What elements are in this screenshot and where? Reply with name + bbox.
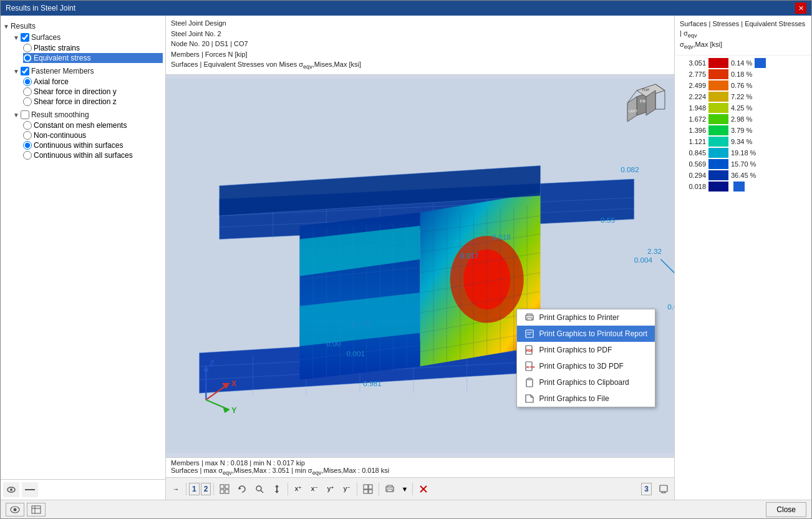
legend-value: 1.396	[680, 127, 706, 134]
toolbar-arrow-btn[interactable]: →	[168, 482, 183, 497]
shear-y-label: Shear force in direction y	[34, 87, 117, 96]
legend-row: 1.1219.34 %	[680, 137, 806, 147]
xplus-btn[interactable]: x⁺	[291, 482, 306, 497]
surfaces-children: Plastic strains Equivalent stress	[13, 43, 163, 63]
viewport-toolbar: → 1 2	[166, 477, 674, 500]
tree-panel: ▼ Results ▼ Surfaces Plastic st	[1, 16, 165, 479]
continuous-surfaces-radio[interactable]	[23, 141, 32, 150]
svg-text:Z: Z	[210, 359, 215, 368]
print-menu-btn[interactable]	[382, 482, 398, 497]
sep2	[213, 483, 214, 495]
svg-marker-121	[275, 485, 279, 493]
svg-text:PDF: PDF	[526, 349, 533, 352]
svg-rect-111	[526, 379, 533, 387]
plastic-strains-radio[interactable]	[23, 44, 32, 52]
print-file-item[interactable]: Print Graphics to File	[517, 390, 655, 407]
constant-mesh-radio[interactable]	[23, 121, 32, 130]
print-printer-label: Print Graphics to Printer	[539, 313, 619, 322]
plastic-strains-item[interactable]: Plastic strains	[23, 43, 163, 53]
print-printout-item[interactable]: Print Graphics to Printout Report	[517, 326, 655, 342]
legend-value: 2.499	[680, 82, 706, 89]
svg-rect-114	[220, 485, 224, 488]
yplus-btn[interactable]: y⁺	[323, 482, 338, 497]
continuous-surfaces-item[interactable]: Continuous within surfaces	[23, 140, 163, 150]
header-line2: Steel Joint No. 2	[171, 29, 669, 39]
grid-btn[interactable]	[216, 482, 233, 497]
sep6	[412, 483, 413, 495]
legend-row: 2.7750.18 %	[680, 69, 806, 79]
print-pdf-item[interactable]: PDF Print Graphics to PDF	[517, 342, 655, 358]
legend-value: 3.051	[680, 59, 706, 67]
equivalent-stress-item[interactable]: Equivalent stress	[23, 53, 163, 63]
close-button[interactable]: Close	[766, 502, 806, 517]
pan-btn[interactable]	[269, 482, 285, 497]
print-3dpdf-item[interactable]: 3D PDF Print Graphics to 3D PDF	[517, 358, 655, 374]
eye-button[interactable]	[3, 482, 19, 497]
shear-y-radio[interactable]	[23, 87, 32, 96]
surfaces-checkbox[interactable]	[21, 33, 29, 42]
svg-text:LEFT: LEFT	[629, 109, 638, 113]
surfaces-header[interactable]: ▼ Surfaces	[13, 32, 163, 43]
dash-icon	[25, 488, 35, 491]
bottom-bar: Close	[1, 500, 811, 518]
plastic-strains-label: Plastic strains	[34, 44, 80, 52]
equivalent-stress-radio[interactable]	[23, 54, 32, 62]
result-smoothing-header[interactable]: ▼ Result smoothing	[13, 109, 163, 120]
continuous-all-radio[interactable]	[23, 151, 32, 160]
zoom-btn[interactable]	[251, 482, 268, 497]
svg-rect-116	[220, 490, 224, 493]
toolbar-right-icon-btn[interactable]	[655, 482, 672, 497]
legend-pct: 7.22 %	[731, 93, 752, 100]
main-content: ▼ Results ▼ Surfaces Plastic st	[1, 16, 811, 500]
window-title: Results in Steel Joint	[6, 4, 75, 12]
svg-marker-118	[239, 487, 241, 490]
fastener-members-checkbox[interactable]	[21, 67, 29, 75]
context-menu: Print Graphics to Printer Print Graphics…	[516, 309, 655, 407]
legend-content: 3.0510.14 %2.7750.18 %2.4990.76 %2.2247.…	[675, 56, 811, 500]
views-btn[interactable]	[360, 482, 376, 497]
shear-z-item[interactable]: Shear force in direction z	[23, 97, 163, 107]
bottom-bar-left	[6, 503, 46, 517]
file-icon	[524, 394, 534, 404]
axial-force-radio[interactable]	[23, 77, 32, 86]
legend-header: Surfaces | Stresses | Equivalent Stresse…	[675, 16, 811, 56]
continuous-all-item[interactable]: Continuous within all surfaces	[23, 150, 163, 160]
print-printer-item[interactable]: Print Graphics to Printer	[517, 309, 655, 326]
constant-mesh-item[interactable]: Constant on mesh elements	[23, 120, 163, 130]
svg-point-136	[14, 508, 17, 511]
sep3	[288, 483, 288, 495]
non-continuous-radio[interactable]	[23, 131, 32, 140]
fastener-members-header[interactable]: ▼ Fastener Members	[13, 65, 163, 77]
results-header[interactable]: ▼ Results	[3, 21, 163, 32]
legend-pct: 36.45 %	[731, 172, 756, 179]
rotate-btn[interactable]	[234, 482, 250, 497]
shear-z-radio[interactable]	[23, 97, 32, 106]
shear-y-item[interactable]: Shear force in direction y	[23, 87, 163, 97]
table-btn[interactable]	[27, 503, 46, 517]
xminus-btn[interactable]: x⁻	[307, 482, 322, 497]
print-dropdown-btn[interactable]: ▼	[399, 482, 410, 497]
svg-text:0.00: 0.00	[326, 339, 341, 347]
header-line4: Members | Forces N [kip]	[171, 49, 669, 60]
non-continuous-item[interactable]: Non-continuous	[23, 130, 163, 140]
legend-rows: 3.0510.14 %2.7750.18 %2.4990.76 %2.2247.…	[680, 58, 806, 192]
yminus-btn[interactable]: y⁻	[339, 482, 354, 497]
continuous-all-label: Continuous within all surfaces	[34, 151, 133, 160]
rotate-icon	[237, 484, 247, 494]
axial-force-item[interactable]: Axial force	[23, 77, 163, 87]
dash-button[interactable]	[22, 482, 38, 497]
legend-pct: 9.34 %	[731, 138, 752, 145]
close-graphics-btn[interactable]	[415, 482, 432, 497]
result-smoothing-checkbox[interactable]	[21, 110, 29, 119]
window-close-button[interactable]: ✕	[795, 2, 806, 14]
print-clipboard-item[interactable]: Print Graphics to Clipboard	[517, 374, 655, 390]
legend-color-box	[708, 170, 728, 180]
center-panel: Steel Joint Design Steel Joint No. 2 Nod…	[166, 16, 674, 500]
viewport-area[interactable]: Z X Y 0.082 0.55 0.018 0.	[166, 75, 674, 457]
eye-bottom-btn[interactable]	[6, 503, 24, 517]
pdf-icon: PDF	[524, 345, 534, 355]
legend-color-box	[708, 137, 728, 147]
svg-rect-102	[527, 314, 532, 316]
status-line1: Members | max N : 0.018 | min N : 0.017 …	[171, 459, 669, 467]
cube-navigator[interactable]: FRONT LEFT TOP	[624, 81, 668, 125]
